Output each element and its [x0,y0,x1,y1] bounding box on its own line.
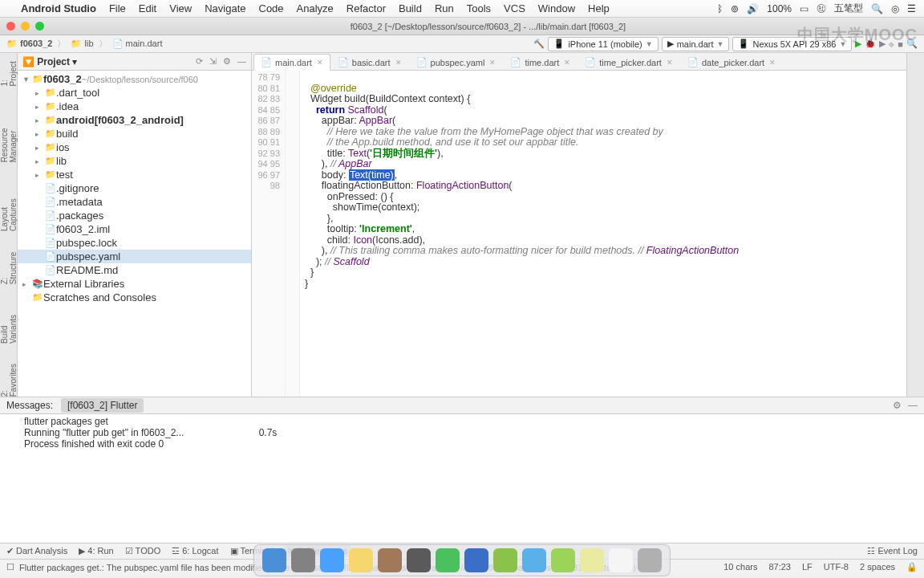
device-selector[interactable]: 📱iPhone 11 (mobile)▼ [548,37,658,51]
stop-button[interactable]: ■ [898,39,903,49]
tab-dart-analysis[interactable]: ✔ Dart Analysis [6,546,67,556]
tree-item[interactable]: ▸📁.dart_tool [18,86,251,100]
dock-safari[interactable] [320,548,344,572]
crumb-project[interactable]: 📁 f0603_2 [6,39,52,49]
run-config-selector[interactable]: ▶main.dart▼ [662,37,730,51]
rail-favorites[interactable]: 2: Favorites [0,360,18,397]
dock-app1[interactable] [378,548,402,572]
settings-icon[interactable]: ⚙ [223,56,231,67]
menu-vcs[interactable]: VCS [504,2,525,14]
dock-app4[interactable] [609,548,633,572]
rail-captures[interactable]: Layout Captures [0,179,18,231]
editor-tab[interactable]: 📄pubspec.yaml✕ [409,54,504,71]
tree-item[interactable]: 📄README.md [18,263,251,277]
editor-tab[interactable]: 📄time.dart✕ [503,54,578,71]
menu-file[interactable]: File [109,2,126,14]
dock-folder[interactable] [522,548,546,572]
tree-item[interactable]: 📄f0603_2.iml [18,222,251,236]
run-button[interactable]: ▶ [855,39,861,49]
tree-scratches[interactable]: 📁Scratches and Consoles [18,291,251,304]
crumb-file[interactable]: 📄 main.dart [112,39,163,49]
minimize-icon[interactable] [21,22,30,31]
rail-project[interactable]: 1: Project [0,56,18,86]
tree-root[interactable]: ▼📁f0603_2 ~/Desktop/lesson/source/f060 [18,72,251,86]
traffic-lights[interactable] [6,22,44,31]
search-button[interactable]: 🔍 [906,39,918,49]
messages-panel[interactable]: flutter packages get Running "flutter pu… [0,414,924,543]
zoom-icon[interactable] [35,22,44,31]
tree-item[interactable]: ▸📁android [f0603_2_android] [18,113,251,127]
tree-item[interactable]: 📄.packages [18,209,251,222]
hide-icon[interactable]: — [237,56,246,67]
status-lock-icon[interactable]: 🔒 [906,562,918,572]
menu-window[interactable]: Window [538,2,575,14]
tree-item[interactable]: ▸📁ios [18,140,251,154]
menu-code[interactable]: Code [259,2,284,14]
menu-run[interactable]: Run [435,2,454,14]
status-indent[interactable]: 2 spaces [860,562,895,572]
attach-button[interactable]: ⎆ [889,39,894,49]
app-name[interactable]: Android Studio [21,2,96,14]
tree-ext-libs[interactable]: ▸📚External Libraries [18,277,251,291]
editor-tab[interactable]: 📄basic.dart✕ [330,54,409,71]
rail-variants[interactable]: Build Variants [0,300,18,344]
tree-item[interactable]: 📄.gitignore [18,181,251,195]
ime-icon[interactable]: ㊓ [817,2,826,15]
tab-todo[interactable]: ☑ TODO [125,546,160,556]
tree-item[interactable]: ▸📁test [18,168,251,181]
dock-finder[interactable] [262,548,286,572]
tree-item[interactable]: ▸📁lib [18,154,251,168]
ime-label[interactable]: 五笔型 [834,2,863,15]
menu-navigate[interactable]: Navigate [205,2,245,14]
menu-help[interactable]: Help [588,2,610,14]
debug-button[interactable]: 🐞 [865,39,876,49]
tab-logcat[interactable]: ☲ 6: Logcat [172,546,218,556]
dock-launchpad[interactable] [291,548,315,572]
editor-tab[interactable]: 📄date_picker.dart✕ [680,54,783,71]
tree-item[interactable]: ▸📁build [18,127,251,140]
dock-settings[interactable] [407,548,431,572]
dock-trash[interactable] [638,548,662,572]
crumb-lib[interactable]: 📁 lib [71,39,93,49]
menu-tools[interactable]: Tools [467,2,491,14]
notification-icon[interactable]: ☰ [907,3,916,14]
more-run-button[interactable]: ▶ [879,39,886,49]
tab-event-log[interactable]: ☷ Event Log [867,546,918,556]
tree-item[interactable]: 📄.metadata [18,195,251,209]
menu-view[interactable]: View [169,2,192,14]
mac-dock[interactable] [253,544,671,576]
messages-tab[interactable]: [f0603_2] Flutter [61,398,144,413]
collapse-icon[interactable]: ⇲ [209,56,217,67]
dock-android-studio[interactable] [493,548,517,572]
menu-analyze[interactable]: Analyze [297,2,334,14]
menu-build[interactable]: Build [399,2,422,14]
dock-app3[interactable] [580,548,604,572]
menu-edit[interactable]: Edit [139,2,156,14]
status-line-sep[interactable]: LF [802,562,813,572]
status-icon[interactable]: ☐ [6,562,14,572]
close-icon[interactable] [6,22,15,31]
avd-selector[interactable]: 📱Nexus 5X API 29 x86▼ [732,37,852,51]
siri-icon[interactable]: ◎ [891,3,899,14]
status-encoding[interactable]: UTF-8 [824,562,849,572]
tree-item[interactable]: ▸📁.idea [18,100,251,113]
messages-hide-icon[interactable]: — [908,400,918,411]
editor-tab[interactable]: 📄main.dart✕ [253,54,330,71]
tree-item[interactable]: 📄pubspec.lock [18,236,251,250]
project-tree[interactable]: ▼📁f0603_2 ~/Desktop/lesson/source/f060▸📁… [18,71,251,397]
messages-settings-icon[interactable]: ⚙ [893,400,902,411]
dock-notes[interactable] [349,548,373,572]
tab-run[interactable]: ▶ 4: Run [79,546,113,556]
rail-resource[interactable]: Resource Manager [0,102,18,162]
tree-item[interactable]: 📄pubspec.yaml [18,250,251,263]
hammer-icon[interactable]: 🔨 [533,39,545,49]
dock-app2[interactable] [551,548,575,572]
menu-refactor[interactable]: Refactor [346,2,386,14]
spotlight-icon[interactable]: 🔍 [871,3,883,14]
project-view-label[interactable]: 🔽 Project ▾ [22,56,77,67]
code-editor[interactable]: @override Widget build(BuildContext cont… [300,71,906,397]
dock-wechat[interactable] [436,548,460,572]
editor-tab[interactable]: 📄time_picker.dart✕ [578,54,680,71]
dock-wps[interactable] [464,548,488,572]
rail-structure[interactable]: Z: Structure [0,247,18,284]
